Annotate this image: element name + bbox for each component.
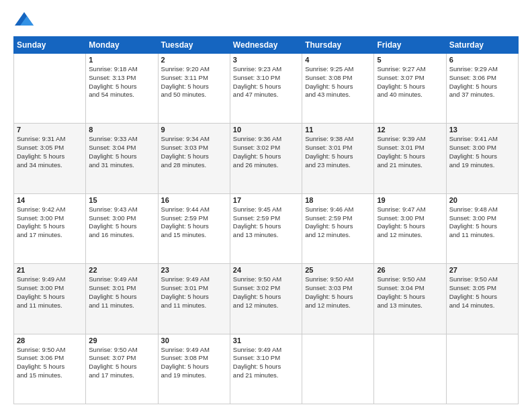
day-detail: Sunrise: 9:50 AM Sunset: 3:05 PM Dayligh… [449, 275, 515, 310]
day-number: 25 [305, 266, 371, 274]
day-cell: 1Sunrise: 9:18 AM Sunset: 3:13 PM Daylig… [86, 54, 158, 124]
day-cell [446, 334, 518, 404]
day-number: 29 [89, 336, 154, 345]
day-detail: Sunrise: 9:46 AM Sunset: 2:59 PM Dayligh… [305, 205, 371, 240]
day-number: 2 [161, 56, 227, 64]
day-cell: 18Sunrise: 9:46 AM Sunset: 2:59 PM Dayli… [302, 193, 374, 263]
day-cell: 16Sunrise: 9:44 AM Sunset: 2:59 PM Dayli… [158, 193, 230, 263]
day-cell: 15Sunrise: 9:43 AM Sunset: 3:00 PM Dayli… [86, 193, 158, 263]
day-detail: Sunrise: 9:18 AM Sunset: 3:13 PM Dayligh… [89, 65, 154, 99]
day-number: 8 [89, 126, 154, 134]
day-detail: Sunrise: 9:50 AM Sunset: 3:02 PM Dayligh… [233, 275, 299, 310]
day-detail: Sunrise: 9:27 AM Sunset: 3:07 PM Dayligh… [377, 65, 443, 99]
logo-icon [13, 11, 35, 30]
header [13, 11, 519, 30]
week-row-5: 28Sunrise: 9:50 AM Sunset: 3:06 PM Dayli… [14, 334, 519, 404]
day-detail: Sunrise: 9:50 AM Sunset: 3:04 PM Dayligh… [377, 275, 443, 310]
day-number: 10 [233, 126, 299, 134]
day-detail: Sunrise: 9:50 AM Sunset: 3:07 PM Dayligh… [89, 346, 154, 380]
day-detail: Sunrise: 9:45 AM Sunset: 2:59 PM Dayligh… [233, 205, 299, 240]
day-number: 24 [233, 266, 299, 274]
day-cell: 30Sunrise: 9:49 AM Sunset: 3:08 PM Dayli… [158, 334, 230, 404]
day-cell: 7Sunrise: 9:31 AM Sunset: 3:05 PM Daylig… [14, 124, 86, 193]
day-number: 12 [377, 126, 443, 134]
weekday-header-friday: Friday [374, 37, 446, 54]
day-cell: 6Sunrise: 9:29 AM Sunset: 3:06 PM Daylig… [446, 54, 518, 124]
logo [13, 11, 38, 30]
day-number: 9 [161, 126, 227, 134]
day-detail: Sunrise: 9:20 AM Sunset: 3:11 PM Dayligh… [161, 65, 227, 99]
day-cell: 10Sunrise: 9:36 AM Sunset: 3:02 PM Dayli… [230, 124, 302, 193]
day-cell: 5Sunrise: 9:27 AM Sunset: 3:07 PM Daylig… [374, 54, 446, 124]
day-detail: Sunrise: 9:33 AM Sunset: 3:04 PM Dayligh… [89, 135, 154, 169]
day-cell: 12Sunrise: 9:39 AM Sunset: 3:01 PM Dayli… [374, 124, 446, 193]
day-detail: Sunrise: 9:43 AM Sunset: 3:00 PM Dayligh… [89, 205, 154, 240]
day-number: 19 [377, 196, 443, 204]
day-number: 16 [161, 196, 227, 204]
day-number: 4 [305, 56, 371, 64]
day-detail: Sunrise: 9:34 AM Sunset: 3:03 PM Dayligh… [161, 135, 227, 169]
day-number: 1 [89, 56, 154, 64]
day-cell: 24Sunrise: 9:50 AM Sunset: 3:02 PM Dayli… [230, 264, 302, 334]
day-detail: Sunrise: 9:38 AM Sunset: 3:01 PM Dayligh… [305, 135, 371, 169]
day-number: 13 [449, 126, 515, 134]
week-row-3: 14Sunrise: 9:42 AM Sunset: 3:00 PM Dayli… [14, 193, 519, 263]
day-detail: Sunrise: 9:50 AM Sunset: 3:03 PM Dayligh… [305, 275, 371, 310]
calendar-table: SundayMondayTuesdayWednesdayThursdayFrid… [13, 36, 519, 404]
day-number: 26 [377, 266, 443, 274]
day-detail: Sunrise: 9:49 AM Sunset: 3:08 PM Dayligh… [161, 346, 227, 380]
day-cell: 21Sunrise: 9:49 AM Sunset: 3:00 PM Dayli… [14, 264, 86, 334]
page: SundayMondayTuesdayWednesdayThursdayFrid… [0, 0, 532, 411]
day-detail: Sunrise: 9:31 AM Sunset: 3:05 PM Dayligh… [17, 135, 83, 169]
day-number: 18 [305, 196, 371, 204]
day-cell: 26Sunrise: 9:50 AM Sunset: 3:04 PM Dayli… [374, 264, 446, 334]
weekday-header-sunday: Sunday [14, 37, 86, 54]
day-cell: 11Sunrise: 9:38 AM Sunset: 3:01 PM Dayli… [302, 124, 374, 193]
day-cell: 28Sunrise: 9:50 AM Sunset: 3:06 PM Dayli… [14, 334, 86, 404]
day-detail: Sunrise: 9:49 AM Sunset: 3:00 PM Dayligh… [17, 275, 83, 310]
day-cell: 4Sunrise: 9:25 AM Sunset: 3:08 PM Daylig… [302, 54, 374, 124]
day-detail: Sunrise: 9:39 AM Sunset: 3:01 PM Dayligh… [377, 135, 443, 169]
day-cell: 20Sunrise: 9:48 AM Sunset: 3:00 PM Dayli… [446, 193, 518, 263]
day-detail: Sunrise: 9:47 AM Sunset: 3:00 PM Dayligh… [377, 205, 443, 240]
day-cell: 19Sunrise: 9:47 AM Sunset: 3:00 PM Dayli… [374, 193, 446, 263]
day-detail: Sunrise: 9:50 AM Sunset: 3:06 PM Dayligh… [17, 346, 83, 380]
day-cell [302, 334, 374, 404]
day-cell: 2Sunrise: 9:20 AM Sunset: 3:11 PM Daylig… [158, 54, 230, 124]
day-number: 30 [161, 336, 227, 345]
day-cell: 13Sunrise: 9:41 AM Sunset: 3:00 PM Dayli… [446, 124, 518, 193]
day-number: 27 [449, 266, 515, 274]
day-detail: Sunrise: 9:48 AM Sunset: 3:00 PM Dayligh… [449, 205, 515, 240]
day-cell: 8Sunrise: 9:33 AM Sunset: 3:04 PM Daylig… [86, 124, 158, 193]
day-detail: Sunrise: 9:41 AM Sunset: 3:00 PM Dayligh… [449, 135, 515, 169]
day-cell: 29Sunrise: 9:50 AM Sunset: 3:07 PM Dayli… [86, 334, 158, 404]
day-cell: 27Sunrise: 9:50 AM Sunset: 3:05 PM Dayli… [446, 264, 518, 334]
weekday-header-thursday: Thursday [302, 37, 374, 54]
week-row-1: 1Sunrise: 9:18 AM Sunset: 3:13 PM Daylig… [14, 54, 519, 124]
weekday-header-monday: Monday [86, 37, 158, 54]
day-detail: Sunrise: 9:23 AM Sunset: 3:10 PM Dayligh… [233, 65, 299, 99]
day-detail: Sunrise: 9:44 AM Sunset: 2:59 PM Dayligh… [161, 205, 227, 240]
day-number: 21 [17, 266, 83, 274]
day-detail: Sunrise: 9:29 AM Sunset: 3:06 PM Dayligh… [449, 65, 515, 99]
day-detail: Sunrise: 9:36 AM Sunset: 3:02 PM Dayligh… [233, 135, 299, 169]
day-detail: Sunrise: 9:49 AM Sunset: 3:01 PM Dayligh… [161, 275, 227, 310]
weekday-header-saturday: Saturday [446, 37, 518, 54]
day-cell: 31Sunrise: 9:49 AM Sunset: 3:10 PM Dayli… [230, 334, 302, 404]
day-detail: Sunrise: 9:49 AM Sunset: 3:10 PM Dayligh… [233, 346, 299, 380]
day-number: 11 [305, 126, 371, 134]
day-detail: Sunrise: 9:42 AM Sunset: 3:00 PM Dayligh… [17, 205, 83, 240]
day-cell [14, 54, 86, 124]
day-number: 20 [449, 196, 515, 204]
day-number: 31 [233, 336, 299, 345]
day-cell: 17Sunrise: 9:45 AM Sunset: 2:59 PM Dayli… [230, 193, 302, 263]
day-detail: Sunrise: 9:49 AM Sunset: 3:01 PM Dayligh… [89, 275, 154, 310]
day-cell: 3Sunrise: 9:23 AM Sunset: 3:10 PM Daylig… [230, 54, 302, 124]
day-number: 23 [161, 266, 227, 274]
day-number: 3 [233, 56, 299, 64]
day-cell [374, 334, 446, 404]
day-number: 5 [377, 56, 443, 64]
week-row-2: 7Sunrise: 9:31 AM Sunset: 3:05 PM Daylig… [14, 124, 519, 193]
day-cell: 9Sunrise: 9:34 AM Sunset: 3:03 PM Daylig… [158, 124, 230, 193]
day-cell: 25Sunrise: 9:50 AM Sunset: 3:03 PM Dayli… [302, 264, 374, 334]
